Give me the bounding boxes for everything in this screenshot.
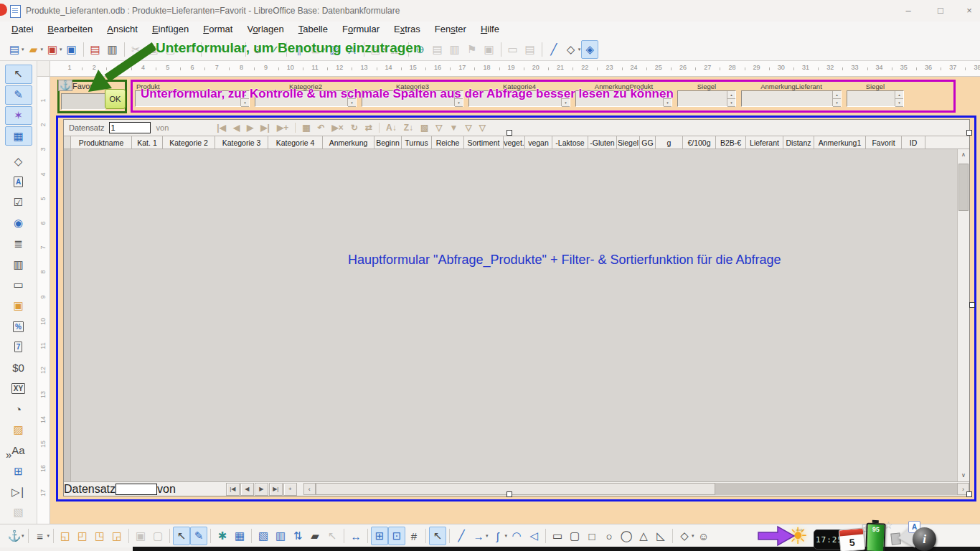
option-button-icon[interactable]: ◉ [5,214,32,233]
list-box-icon[interactable]: ≣ [5,234,32,253]
rounded-rectangle-icon[interactable]: ▢ [566,527,583,545]
spin-up-icon[interactable]: ▴ [833,91,841,99]
first-record-icon[interactable]: |◀ [217,123,226,133]
spin-up-icon[interactable]: ▴ [895,91,903,99]
selection-handle-right-middle[interactable] [969,302,975,308]
basic-shapes-icon-dropdown[interactable]: ▾ [578,47,581,52]
line-icon[interactable]: ╱ [453,527,470,545]
image-control-icon[interactable]: ▨ [5,420,32,440]
menu-einfügen[interactable]: Einfügen [145,22,196,37]
selection-handle-top-right[interactable] [966,130,972,136]
scroll-left-icon[interactable]: ‹ [303,483,316,495]
spin-down-icon[interactable]: ▾ [895,99,903,107]
basic-shapes-icon[interactable]: ◇ [562,40,580,59]
activation-order-icon[interactable]: ⇅ [289,527,306,545]
insert-header-icon[interactable]: ▤ [429,40,446,59]
menu-ansicht[interactable]: Ansicht [100,22,145,37]
vertical-scroll-thumb[interactable] [958,164,969,211]
column-header-id[interactable]: ID [902,136,925,149]
undo-entry-icon[interactable]: ↶ [318,123,325,133]
form-navigator-icon[interactable]: ▧ [255,527,272,545]
align-objects-icon[interactable]: ≡ [32,527,49,545]
form-design-canvas[interactable]: ⚓ Favorit OK Produkt▴▾Kategorie2▴▾Katego… [50,77,980,524]
save-icon[interactable]: ▣ [44,40,61,59]
curve-icon-dropdown[interactable]: ▾ [505,533,508,539]
right-triangle-icon[interactable]: ◺ [652,527,669,545]
anchor-icon-dropdown[interactable]: ▾ [22,533,24,539]
column-header-vegan[interactable]: vegan [525,136,552,149]
check-box-icon[interactable]: ☑ [5,193,32,212]
scroll-up-icon[interactable]: ∧ [958,149,969,161]
time-field-icon[interactable]: ◔ [5,400,32,419]
image-button-icon[interactable]: ▣ [5,296,32,316]
column-header-b2b-[interactable]: B2B-€ [716,136,746,149]
minimize-button[interactable]: – [897,4,919,18]
curve-icon[interactable]: ʃ [489,527,507,545]
prev-record-icon[interactable]: ◀ [233,123,240,133]
column-header-g[interactable]: g [656,136,683,149]
combo-field[interactable]: ▴▾ [741,90,842,107]
send-backward-icon[interactable]: ◳ [91,527,108,545]
maximize-button[interactable]: □ [930,4,951,18]
grid-empty-area[interactable] [71,149,957,481]
column-header--laktose[interactable]: -Laktose [552,136,588,149]
bring-to-front-icon[interactable]: ◱ [57,527,74,545]
menu-vorlagen[interactable]: Vorlagen [240,22,291,37]
table-control-icon[interactable]: ⊞ [5,461,32,481]
table-grid-area[interactable]: ∧ ∨ [64,149,969,481]
combo-field[interactable]: ▴▾ [847,90,904,107]
save-record-icon[interactable]: ▦ [302,123,310,133]
prev-record-icon[interactable]: ◀ [240,483,254,496]
menu-hilfe[interactable]: Hilfe [473,22,507,37]
form-wizard-icon[interactable]: ✶ [5,106,32,126]
form-filter-icon[interactable]: ▽ [465,123,471,133]
column-header--100g[interactable]: €/100g [683,136,716,149]
column-header-kategorie-2[interactable]: Kategorie 2 [163,136,215,149]
text-box-icon[interactable]: A [5,172,32,192]
battery-widget[interactable]: 95 [865,523,885,551]
scroll-down-icon[interactable]: ∨ [958,470,969,481]
column-header-produktname[interactable]: Produktname [71,136,132,149]
bring-forward-icon[interactable]: ◰ [74,527,91,545]
column-header-kategorie-4[interactable]: Kategorie 4 [268,136,323,149]
spin-down-icon[interactable]: ▾ [727,99,735,107]
new-document-icon[interactable]: ▤ [6,40,23,59]
menu-datei[interactable]: Datei [4,22,40,37]
form-properties-icon[interactable]: ▦ [231,527,248,545]
select-arrow-icon[interactable]: ↖ [429,527,446,545]
open-folder-icon-dropdown[interactable]: ▾ [41,47,44,52]
column-header-anmerkung[interactable]: Anmerkung [323,136,374,149]
sort-dialog-icon[interactable]: ▧ [420,123,428,133]
column-header-beginn[interactable]: Beginn [374,136,402,149]
table-control[interactable]: Datensatz von |◀◀▶▶|▶+▦↶▶×↻⇄A↓Z↓▧▽▼▽▽ Pr… [63,119,970,496]
new-record-icon[interactable]: + [283,483,297,496]
snap-to-grid-icon[interactable]: ⊡ [388,527,405,545]
menu-tabelle[interactable]: Tabelle [291,22,335,37]
ungroup-icon[interactable]: ▢ [149,527,166,545]
spin-buttons[interactable]: ▴▾ [895,91,903,106]
info-widget[interactable]: i [913,527,936,551]
ellipse-icon[interactable]: ○ [600,527,618,545]
track-changes-icon[interactable]: ▤ [522,40,539,59]
diamond-icon[interactable]: ◇ [676,527,693,545]
column-header-kat-1[interactable]: Kat. 1 [132,136,163,149]
column-header-kategorie-3[interactable]: Kategorie 3 [215,136,268,149]
close-button[interactable]: × [958,4,980,18]
control-properties-icon[interactable]: ✱ [214,527,231,545]
arrow-icon[interactable]: → [470,527,487,545]
anchor-icon[interactable]: ⚓ [6,527,23,545]
purple-arrow-widget[interactable] [758,525,796,547]
main-form-box[interactable]: Datensatz von |◀◀▶▶|▶+▦↶▶×↻⇄A↓Z↓▧▽▼▽▽ Pr… [56,116,976,501]
form-properties-icon[interactable]: ▦ [5,126,32,146]
sort-descending-icon[interactable]: Z↓ [404,123,413,133]
selection-handle-bottom-right[interactable] [966,491,972,497]
arc-icon[interactable]: ◠ [508,527,525,545]
arrow-icon-dropdown[interactable]: ▾ [486,533,489,539]
group-icon[interactable]: ▣ [132,527,149,545]
cross-reference-icon[interactable]: ▣ [481,40,498,59]
pattern-field-icon[interactable]: XY [5,379,32,398]
align-objects-icon-dropdown[interactable]: ▾ [47,533,50,539]
autofilter-icon[interactable]: ▽ [435,123,442,133]
add-field-icon[interactable]: ▥ [272,527,289,545]
next-record-icon[interactable]: ▶ [247,123,253,133]
